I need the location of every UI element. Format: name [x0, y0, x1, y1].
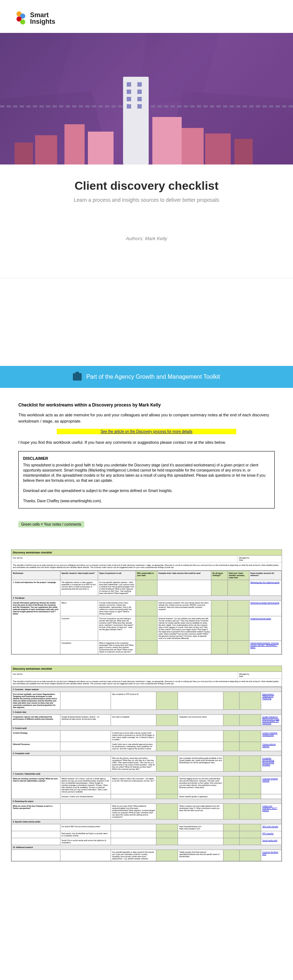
disclaimer-body: This spreadsheet is provided in good fai…	[23, 463, 270, 483]
title-section: Client discovery checklist Learn a proce…	[0, 164, 293, 214]
disclaimer-para2: Download and use this spreadsheet is sub…	[23, 488, 270, 493]
doc-para1: This workbook acts as an aide memoire fo…	[18, 412, 275, 424]
sheet1-client-label: Your Job No.	[11, 555, 238, 563]
sheet1-desc: This checklist is brief but acts as an a…	[11, 563, 282, 571]
sheet1-date: Date	[239, 559, 280, 561]
logo-line1: Smart	[30, 12, 55, 18]
toolkit-text: Part of the Agency Growth and Management…	[86, 374, 220, 380]
spreadsheet-preview-2: Discovery workstream checklist Your Job …	[11, 666, 282, 862]
sheet1-table: Workstream Specific research / data insi…	[11, 571, 282, 654]
page-subtitle: Learn a process and insights sources to …	[14, 197, 279, 203]
disclaimer-title: DISCLAIMER	[23, 456, 270, 461]
sheet2-title: Discovery workstream checklist	[11, 666, 282, 672]
toolkit-bar: Part of the Agency Growth and Management…	[0, 366, 293, 388]
doc-heading: Checklist for workstreams within a Disco…	[18, 402, 275, 407]
disclaimer-box: DISCLAIMER This spreadsheet is provided …	[18, 451, 275, 509]
hero-illustration	[0, 33, 293, 164]
sheet2-table: 3. Customer - deeper analysis First of b…	[11, 687, 282, 861]
document-content: Checklist for workstreams within a Disco…	[0, 388, 293, 542]
spreadsheet-preview-1: Discovery workstream checklist Your Job …	[0, 542, 293, 880]
disclaimer-signoff: Thanks, Dave Chaffey (www.smartinsights.…	[23, 499, 270, 504]
header: Smart Insights	[0, 0, 293, 33]
doc-para2: I hope you find this workbook useful. If…	[18, 439, 275, 445]
authors: Authors: Mark Kelly	[0, 214, 293, 278]
logo-line2: Insights	[30, 18, 55, 25]
briefcase-icon	[73, 373, 82, 380]
article-link[interactable]: See the article on the Discovery process…	[57, 429, 237, 434]
svg-point-3	[20, 19, 25, 24]
sheet1-title: Discovery workstream checklist	[11, 550, 282, 555]
page-title: Client discovery checklist	[14, 179, 279, 192]
green-note: Green cells = Your notes / comments	[18, 521, 84, 527]
link-cell[interactable]: Marketing plan first objectives guide	[249, 580, 281, 595]
logo-text: Smart Insights	[30, 12, 55, 25]
logo-icon	[14, 11, 27, 25]
logo: Smart Insights	[14, 11, 279, 25]
